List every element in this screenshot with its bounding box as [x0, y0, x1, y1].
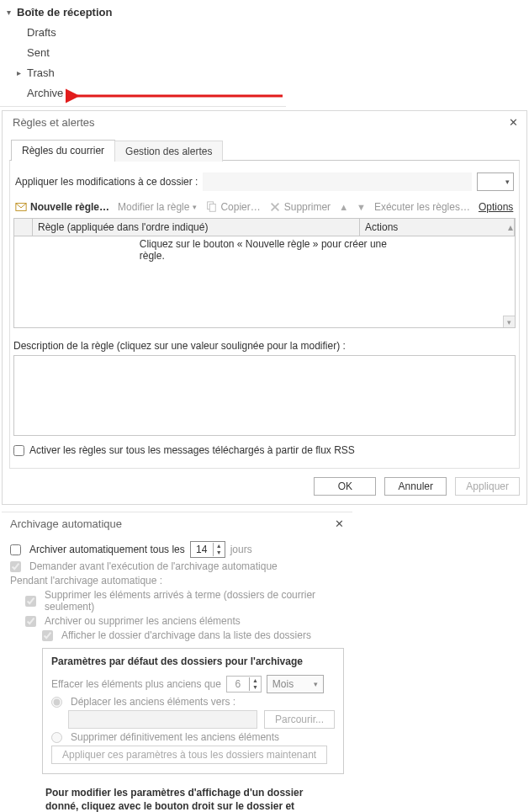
rules-and-alerts-dialog: Règles et alertes ✕ Règles du courrier G… [2, 110, 527, 505]
perm-delete-radio [51, 732, 62, 743]
spin-up-icon: ▲ [250, 677, 261, 684]
tree-item-drafts[interactable]: Drafts [0, 22, 286, 42]
tree-item-trash[interactable]: ▸ Trash [0, 62, 286, 82]
show-archive-folder-checkbox [42, 630, 53, 641]
spin-up-icon[interactable]: ▲ [214, 543, 225, 549]
archive-path-field [68, 710, 257, 729]
apply-to-folder-dropdown[interactable]: ▾ [477, 172, 514, 191]
tree-item-label: Boîte de réception [17, 6, 112, 19]
spin-down-icon[interactable]: ▼ [214, 549, 225, 556]
tab-mail-rules[interactable]: Règles du courrier [11, 140, 115, 161]
clean-older-value: 6 [227, 678, 249, 690]
chevron-down-icon: ▾ [314, 680, 318, 688]
scroll-down-icon[interactable]: ▾ [503, 316, 515, 327]
delete-expired-label: Supprimer les éléments arrivés à terme (… [45, 589, 344, 613]
tree-item-sent[interactable]: Sent [0, 42, 286, 62]
tree-item-inbox[interactable]: ▾ Boîte de réception [0, 2, 286, 22]
move-up-button[interactable]: ▲ [339, 202, 348, 212]
delete-expired-checkbox [25, 596, 36, 607]
close-icon[interactable]: ✕ [335, 518, 344, 529]
apply-all-folders-button: Appliquer ces paramètres à tous les doss… [51, 746, 327, 764]
cancel-button[interactable]: Annuler [384, 477, 447, 496]
run-every-label: Archiver automatiquement tous les [29, 544, 185, 555]
run-rules-button[interactable]: Exécuter les règles… [374, 201, 470, 213]
tab-manage-alerts[interactable]: Gestion des alertes [114, 141, 223, 162]
scroll-up-icon[interactable]: ▴ [503, 219, 515, 236]
close-icon[interactable]: ✕ [509, 117, 518, 128]
run-every-spin[interactable]: 14 ▲▼ [190, 541, 225, 558]
autoarchive-dialog: Archivage automatique ✕ Archiver automat… [2, 512, 352, 812]
rules-table: Règle (appliquée dans l'ordre indiqué) A… [13, 218, 516, 328]
options-button[interactable]: Options [479, 201, 513, 213]
rule-description-label: Description de la règle (cliquez sur une… [13, 340, 516, 352]
group-legend: Paramètres par défaut des dossiers pour … [48, 655, 306, 667]
copy-icon [205, 201, 217, 213]
tree-item-label: Sent [27, 46, 50, 59]
svg-rect-3 [210, 204, 216, 212]
new-rule-button[interactable]: Nouvelle règle… [15, 201, 109, 213]
tab-bar: Règles du courrier Gestion des alertes [3, 135, 526, 160]
delete-icon [269, 201, 281, 213]
modify-rule-button[interactable]: Modifier la règle ▾ [118, 201, 197, 213]
annotation-arrow-icon [66, 88, 284, 103]
perm-delete-label: Supprimer définitivement les anciens élé… [71, 731, 279, 743]
apply-button[interactable]: Appliquer [455, 477, 520, 496]
show-archive-folder-label: Afficher le dossier d'archivage dans la … [61, 629, 311, 641]
dialog-title: Archivage automatique [10, 517, 122, 530]
clean-older-label: Effacer les éléments plus anciens que [51, 678, 221, 690]
default-folder-settings-group: Paramètres par défaut des dossiers pour … [42, 648, 344, 774]
clean-older-spin: 6 ▲▼ [226, 676, 262, 693]
move-down-button[interactable]: ▼ [357, 202, 366, 212]
rules-toolbar: Nouvelle règle… Modifier la règle ▾ Copi… [13, 199, 516, 218]
empty-state-text: Cliquez sur le bouton « Nouvelle règle »… [140, 238, 390, 262]
enable-rss-rules-checkbox[interactable] [13, 445, 24, 456]
column-check[interactable] [14, 219, 33, 236]
select-value: Mois [272, 678, 294, 690]
column-rule[interactable]: Règle (appliquée dans l'ordre indiqué) [33, 219, 360, 236]
browse-button: Parcourir... [264, 710, 335, 729]
folder-tree: ▾ Boîte de réception Drafts Sent ▸ Trash… [0, 0, 286, 107]
tree-item-label: Archive [27, 87, 63, 99]
delete-rule-button[interactable]: Supprimer [269, 201, 331, 213]
tree-item-label: Drafts [27, 26, 56, 39]
rules-list: Cliquez sur le bouton « Nouvelle règle »… [14, 236, 515, 327]
archive-or-delete-label: Archiver ou supprimer les anciens élémen… [45, 615, 241, 627]
run-every-value: 14 [191, 544, 213, 555]
apply-to-folder-label: Appliquer les modifications à ce dossier… [15, 176, 198, 188]
chevron-down-icon: ▾ [7, 8, 17, 17]
mail-icon [15, 201, 27, 213]
move-old-items-radio [51, 697, 62, 708]
spin-down-icon: ▼ [250, 684, 261, 691]
days-label: jours [230, 544, 252, 555]
archive-or-delete-checkbox [25, 616, 36, 627]
tree-item-label: Trash [27, 66, 55, 79]
during-archive-label: Pendant l'archivage automatique : [10, 575, 344, 586]
enable-rss-rules-label: Activer les règles sur tous les messages… [29, 444, 355, 456]
dialog-title: Règles et alertes [13, 116, 95, 129]
run-every-checkbox[interactable] [10, 544, 21, 555]
ok-button[interactable]: OK [314, 477, 376, 496]
chevron-down-icon: ▾ [505, 178, 510, 186]
chevron-down-icon: ▾ [193, 203, 197, 211]
move-old-items-label: Déplacer les anciens éléments vers : [71, 696, 235, 708]
copy-rule-button[interactable]: Copier… [205, 201, 260, 213]
tree-item-archive[interactable]: Archive [0, 82, 286, 103]
autoarchive-note: Pour modifier les paramètres d'affichage… [10, 779, 344, 812]
rule-description-box [13, 355, 516, 436]
apply-to-folder-value [203, 172, 472, 191]
prompt-before-label: Demander avant l'exécution de l'archivag… [29, 560, 278, 572]
column-actions[interactable]: Actions [360, 219, 503, 236]
chevron-right-icon: ▸ [17, 68, 27, 77]
clean-older-unit-select: Mois ▾ [267, 675, 324, 693]
prompt-before-checkbox [10, 561, 21, 572]
